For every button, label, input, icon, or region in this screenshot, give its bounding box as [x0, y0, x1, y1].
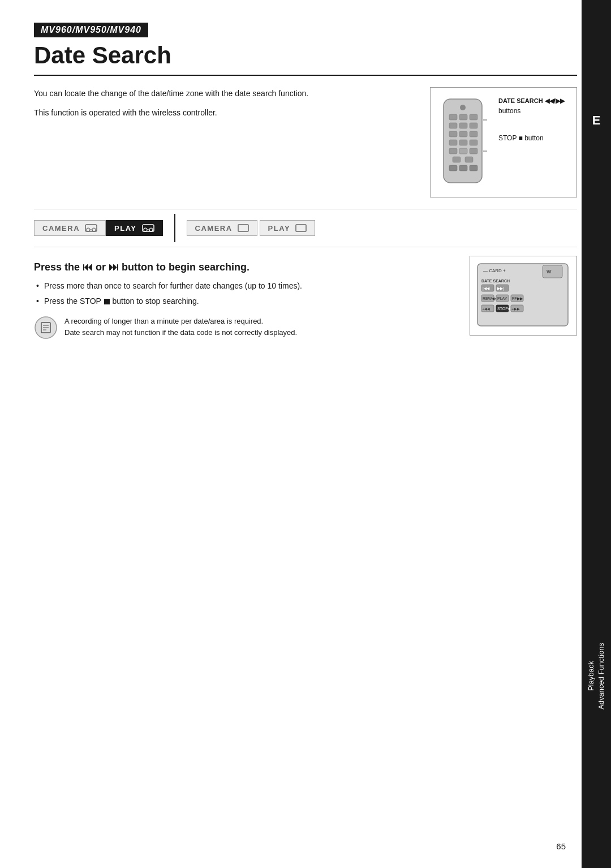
svg-rect-17	[453, 157, 461, 162]
svg-text:DATE SEARCH: DATE SEARCH	[481, 279, 510, 283]
mode-divider	[174, 214, 175, 242]
mode-camera-card[interactable]: CAMERA	[187, 220, 257, 236]
svg-rect-5	[449, 123, 457, 128]
svg-rect-4	[470, 114, 477, 120]
svg-rect-16	[470, 148, 477, 154]
date-search-label: DATE SEARCH ◀◀/▶▶ buttons	[498, 96, 568, 116]
svg-rect-10	[470, 131, 477, 137]
svg-rect-2	[449, 114, 457, 120]
svg-text:+/▶▶: +/▶▶	[511, 307, 520, 311]
intro-text: You can locate the change of the date/ti…	[34, 87, 413, 197]
svg-rect-3	[459, 114, 467, 120]
play-card-label: PLAY	[268, 224, 290, 233]
bullet-2: Press the STOP button to stop searching.	[34, 295, 453, 307]
mode-selector-row: CAMERA PLAY CAMERA	[34, 209, 577, 247]
section-left: Press the ⏮ or ⏭ button to begin searchi…	[34, 256, 453, 340]
section-heading: Press the ⏮ or ⏭ button to begin searchi…	[34, 261, 453, 273]
card-remote-illustration: — CARD + W DATE SEARCH |◀◀ ▶▶| REW◀◀	[470, 256, 577, 336]
svg-rect-12	[459, 140, 467, 145]
card-remote-box: — CARD + W DATE SEARCH |◀◀ ▶▶| REW◀◀	[470, 256, 577, 336]
svg-rect-15	[459, 148, 467, 154]
bullet-list: Press more than once to search for furth…	[34, 280, 453, 307]
svg-text:REW◀◀: REW◀◀	[483, 297, 498, 300]
svg-text:-/◀◀: -/◀◀	[482, 307, 490, 311]
mode-play-card[interactable]: PLAY	[260, 220, 315, 236]
svg-rect-7	[470, 123, 477, 128]
mode-camera-tape[interactable]: CAMERA	[34, 220, 106, 236]
note-icon	[34, 316, 58, 340]
svg-rect-8	[449, 131, 457, 137]
note-area: A recording of longer than a minute per …	[34, 316, 453, 340]
mode-play-tape[interactable]: PLAY	[106, 220, 162, 236]
svg-point-1	[460, 105, 466, 110]
svg-rect-13	[470, 140, 477, 145]
model-header: MV960/MV950/MV940	[34, 23, 148, 37]
play-tape-label: PLAY	[114, 224, 136, 233]
bullet-1: Press more than once to search for furth…	[34, 280, 453, 292]
stop-label: STOP ■ button	[498, 133, 568, 143]
svg-rect-14	[449, 148, 457, 154]
svg-rect-19	[449, 165, 457, 171]
camera-card-label: CAMERA	[195, 224, 233, 233]
remote-illustration: DATE SEARCH ◀◀/▶▶ buttons STOP ■ button	[430, 87, 577, 197]
svg-point-26	[92, 228, 96, 231]
svg-point-29	[144, 228, 147, 231]
svg-rect-6	[459, 123, 467, 128]
note-text: A recording of longer than a minute per …	[64, 316, 297, 338]
remote-image: DATE SEARCH ◀◀/▶▶ buttons STOP ■ button	[439, 96, 568, 188]
svg-rect-20	[459, 165, 467, 171]
section-row: Press the ⏮ or ⏭ button to begin searchi…	[34, 256, 577, 340]
svg-rect-32	[238, 225, 248, 231]
stop-square-icon	[104, 299, 110, 304]
note-line2: Date search may not function if the data…	[64, 327, 297, 338]
svg-rect-11	[449, 140, 457, 145]
svg-rect-9	[459, 131, 467, 137]
svg-text:|◀◀: |◀◀	[483, 286, 490, 291]
page-title: Date Search	[34, 42, 577, 76]
svg-rect-28	[143, 225, 154, 231]
svg-text:STOP■: STOP■	[497, 307, 510, 311]
svg-rect-33	[296, 225, 306, 231]
svg-text:— CARD +: — CARD +	[483, 268, 506, 273]
svg-rect-18	[465, 157, 473, 162]
svg-text:PLAY: PLAY	[497, 297, 507, 300]
page-container: MV960/MV950/MV940 Date Search You can lo…	[0, 0, 611, 868]
svg-rect-24	[85, 225, 97, 231]
svg-text:FF▶▶: FF▶▶	[512, 297, 523, 300]
intro-para1: You can locate the change of the date/ti…	[34, 87, 413, 100]
camera-tape-label: CAMERA	[42, 224, 80, 233]
main-content: You can locate the change of the date/ti…	[34, 87, 577, 197]
svg-text:W: W	[547, 269, 552, 274]
svg-rect-21	[470, 165, 477, 171]
remote-labels: DATE SEARCH ◀◀/▶▶ buttons STOP ■ button	[498, 96, 568, 153]
svg-text:▶▶|: ▶▶|	[497, 286, 504, 291]
intro-para2: This function is operated with the wirel…	[34, 106, 413, 119]
note-line1: A recording of longer than a minute per …	[64, 316, 297, 327]
remote-svg	[439, 96, 490, 188]
lower-section: Press the ⏮ or ⏭ button to begin searchi…	[34, 256, 577, 340]
svg-rect-41	[543, 265, 562, 278]
svg-point-30	[149, 228, 153, 231]
svg-point-25	[87, 228, 90, 231]
